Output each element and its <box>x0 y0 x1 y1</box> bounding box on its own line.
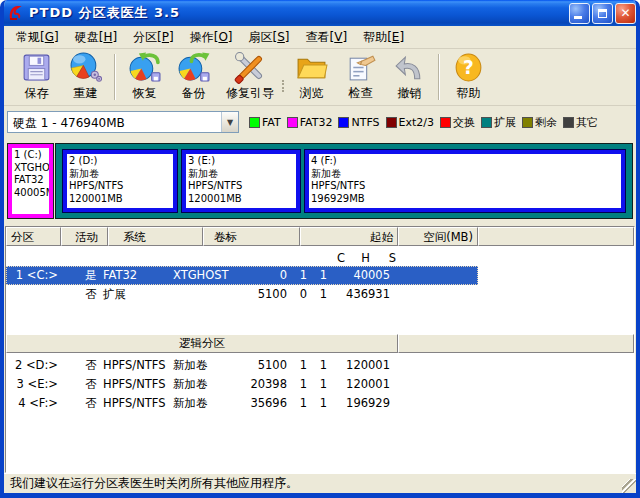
free-color-swatch <box>522 117 533 128</box>
legend-ntfs: NTFS <box>338 116 379 129</box>
menu-help[interactable]: 帮助[E] <box>355 26 412 49</box>
minimize-button[interactable] <box>569 3 590 24</box>
logical-partition-section-label: 逻辑分区 <box>6 334 398 353</box>
header-partition: 分区 <box>6 227 61 246</box>
menu-partition[interactable]: 分区[P] <box>125 26 182 49</box>
table-row-extended[interactable]: 否 扩展 5100 0 1 436931 <box>6 285 634 304</box>
backup-icon <box>177 51 210 84</box>
window-title: PTDD 分区表医生 3.5 <box>29 4 567 22</box>
browse-button[interactable]: 浏览 <box>287 51 336 103</box>
header-label: 卷标 <box>203 227 300 246</box>
toolbar-separator <box>114 54 116 100</box>
header-start: 起始 <box>300 227 398 246</box>
ext23-color-swatch <box>386 117 397 128</box>
legend-extended: 扩展 <box>481 115 516 130</box>
header-space: 空间(MB) <box>398 227 478 246</box>
status-bar: 我们建议在运行分区表医生时关闭所有其他应用程序。 <box>4 473 636 493</box>
app-window: PTDD 分区表医生 3.5 ✕ 常规[G] 硬盘[H] 分区[P] 操作[O]… <box>0 0 640 498</box>
table-header-row: 分区 活动 系统 卷标 起始 空间(MB) <box>6 227 634 246</box>
resize-grip[interactable] <box>622 479 636 493</box>
chs-s-label: S <box>372 251 396 266</box>
check-button[interactable]: 检查 <box>336 51 385 103</box>
section-bar-filler <box>398 334 634 353</box>
disk-selector-value: 硬盘 1 - 476940MB <box>8 112 221 132</box>
header-system: 系统 <box>108 227 203 246</box>
partition-table: 分区 活动 系统 卷标 起始 空间(MB) C H S 1 <C:> 是 FAT… <box>5 226 635 473</box>
help-button[interactable]: ? 帮助 <box>444 51 493 103</box>
menu-sector[interactable]: 扇区[S] <box>241 26 298 49</box>
app-icon <box>7 5 24 22</box>
extended-partition-container: 2 (D:) 新加卷 HPFS/NTFS 120001MB 3 (E:) 新加卷… <box>56 144 632 218</box>
menu-disk[interactable]: 硬盘[H] <box>67 26 125 49</box>
disk-selector[interactable]: 硬盘 1 - 476940MB ▼ <box>7 111 239 133</box>
fat-color-swatch <box>249 117 260 128</box>
legend-free: 剩余 <box>522 115 557 130</box>
title-bar: PTDD 分区表医生 3.5 ✕ <box>0 0 640 26</box>
legend-ext23: Ext2/3 <box>386 116 434 129</box>
partition-block-e[interactable]: 3 (E:) 新加卷 HPFS/NTFS 120001MB <box>182 150 300 212</box>
menu-bar: 常规[G] 硬盘[H] 分区[P] 操作[O] 扇区[S] 查看[V] 帮助[E… <box>4 26 636 49</box>
filesystem-legend: FAT FAT32 NTFS Ext2/3 交换 扩展 剩余 其它 <box>249 115 633 130</box>
restore-button[interactable]: 恢复 <box>120 51 169 103</box>
header-filler <box>478 227 634 246</box>
partition-map: 1 (C:) XTGHOST FAT32 40005MB 2 (D:) 新加卷 … <box>4 138 636 226</box>
rebuild-button[interactable]: 重建 <box>61 51 110 103</box>
help-icon: ? <box>452 51 485 84</box>
swap-color-swatch <box>440 117 451 128</box>
folder-icon <box>295 51 328 84</box>
backup-button[interactable]: 备份 <box>169 51 218 103</box>
partition-block-c[interactable]: 1 (C:) XTGHOST FAT32 40005MB <box>8 144 53 218</box>
toolbar: 保存 重建 <box>4 49 636 106</box>
table-row-e[interactable]: 3 <E:> 否 HPFS/NTFS 新加卷 20398 1 1 120001 <box>6 375 634 394</box>
dropdown-arrow-icon[interactable]: ▼ <box>221 112 238 132</box>
partition-block-f[interactable]: 4 (F:) 新加卷 HPFS/NTFS 196929MB <box>305 150 625 212</box>
restore-icon <box>128 51 161 84</box>
save-button[interactable]: 保存 <box>12 51 61 103</box>
extended-color-swatch <box>481 117 492 128</box>
other-color-swatch <box>563 117 574 128</box>
logical-partition-section-bar: 逻辑分区 <box>6 334 634 353</box>
tools-icon <box>234 51 267 84</box>
table-row-c-selected[interactable]: 1 <C:> 是 FAT32 XTGHOST 0 1 1 40005 <box>6 266 478 285</box>
table-row-f[interactable]: 4 <F:> 否 HPFS/NTFS 新加卷 35696 1 1 196929 <box>6 394 634 413</box>
toolbar-separator <box>438 54 440 100</box>
maximize-icon <box>598 9 607 18</box>
header-active: 活动 <box>61 227 108 246</box>
menu-view[interactable]: 查看[V] <box>298 26 356 49</box>
close-icon: ✕ <box>620 7 630 19</box>
minimize-icon <box>574 16 582 19</box>
partition-block-d[interactable]: 2 (D:) 新加卷 HPFS/NTFS 120001MB <box>63 150 177 212</box>
close-button[interactable]: ✕ <box>615 3 636 24</box>
selector-row: 硬盘 1 - 476940MB ▼ FAT FAT32 NTFS Ext2/3 … <box>4 106 636 138</box>
legend-other: 其它 <box>563 115 598 130</box>
legend-fat32: FAT32 <box>287 116 333 129</box>
menu-general[interactable]: 常规[G] <box>8 26 67 49</box>
fat32-color-swatch <box>287 117 298 128</box>
floppy-icon <box>20 51 53 84</box>
table-row-d[interactable]: 2 <D:> 否 HPFS/NTFS 新加卷 5100 1 1 120001 <box>6 356 634 375</box>
undo-button[interactable]: 撤销 <box>385 51 434 103</box>
chs-subheader-row: C H S <box>6 251 634 266</box>
legend-swap: 交换 <box>440 115 475 130</box>
status-text: 我们建议在运行分区表医生时关闭所有其他应用程序。 <box>10 475 298 492</box>
menu-operation[interactable]: 操作[O] <box>182 26 241 49</box>
toolbar-dotted-separator <box>282 80 285 92</box>
maximize-button[interactable] <box>592 3 613 24</box>
chs-c-label: C <box>265 251 345 266</box>
undo-arrow-icon <box>393 51 426 84</box>
ntfs-color-swatch <box>338 117 349 128</box>
fix-boot-button[interactable]: 修复引导 <box>218 51 282 103</box>
svg-text:?: ? <box>463 57 474 78</box>
rebuild-pie-icon <box>69 51 102 84</box>
chs-h-label: H <box>346 251 370 266</box>
check-document-icon <box>344 51 377 84</box>
legend-fat: FAT <box>249 116 281 129</box>
